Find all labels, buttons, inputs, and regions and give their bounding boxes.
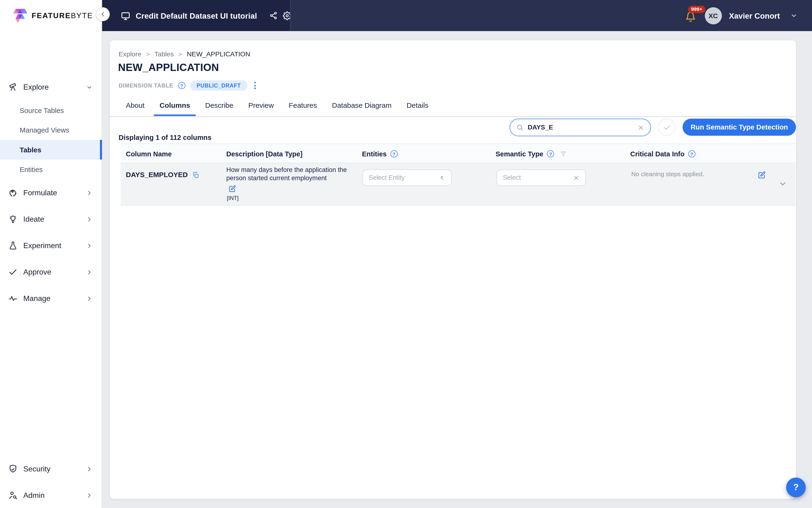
user-cluster: 999+ XC Xavier Conort bbox=[685, 7, 812, 24]
user-search-icon bbox=[8, 491, 18, 500]
project-title: Credit Default Dataset UI tutorial bbox=[136, 11, 257, 20]
table-meta-row: DIMENSION TABLE PUBLIC_DRAFT bbox=[119, 80, 258, 91]
notification-count-badge: 999+ bbox=[688, 6, 705, 13]
sidebar-item-approve[interactable]: Approve bbox=[0, 262, 102, 282]
sidebar-item-tables[interactable]: Tables bbox=[0, 140, 102, 160]
chevron-right-icon bbox=[86, 242, 93, 249]
status-badge: PUBLIC_DRAFT bbox=[190, 80, 247, 91]
semantic-type-placeholder: Select bbox=[503, 174, 521, 181]
sidebar-item-security[interactable]: Security bbox=[0, 459, 102, 478]
chevron-right-icon bbox=[86, 269, 93, 276]
tabs-divider bbox=[110, 116, 796, 117]
chevron-right-icon bbox=[86, 189, 93, 196]
help-question-icon[interactable] bbox=[547, 150, 554, 158]
tab-bar: About Columns Describe Preview Features … bbox=[126, 102, 428, 116]
breadcrumb-separator: > bbox=[178, 50, 182, 58]
search-input[interactable] bbox=[528, 124, 633, 131]
brand-logo: FEATUREBYTE bbox=[0, 0, 102, 31]
sidebar-item-label: Admin bbox=[24, 491, 86, 499]
sidebar: FEATUREBYTE Explore Source Tables Manage… bbox=[0, 0, 102, 508]
tab-describe[interactable]: Describe bbox=[205, 102, 233, 116]
column-search bbox=[509, 119, 651, 136]
check-icon bbox=[8, 267, 18, 277]
top-bar-right: 999+ XC Xavier Conort bbox=[290, 0, 812, 31]
filter-funnel-icon[interactable] bbox=[560, 150, 567, 158]
critical-data-info-text: No cleaning steps applied. bbox=[631, 171, 704, 178]
clear-x-icon[interactable] bbox=[573, 174, 580, 181]
tab-about[interactable]: About bbox=[126, 102, 144, 116]
flask-icon bbox=[8, 241, 18, 250]
help-question-icon[interactable] bbox=[178, 82, 185, 89]
entity-select[interactable]: Select Entity bbox=[363, 169, 452, 186]
project-header: Credit Default Dataset UI tutorial bbox=[102, 0, 290, 31]
chevron-down-icon bbox=[86, 84, 93, 91]
expand-row-chevron-icon[interactable] bbox=[778, 179, 787, 188]
top-bar: Credit Default Dataset UI tutorial 999+ … bbox=[102, 0, 812, 31]
help-question-icon[interactable] bbox=[390, 150, 398, 158]
sidebar-item-label: Ideate bbox=[24, 215, 86, 223]
sidebar-item-label: Security bbox=[24, 465, 86, 473]
help-floating-button[interactable]: ? bbox=[786, 477, 806, 497]
header-semantic-type: Semantic Type bbox=[496, 144, 567, 164]
sidebar-item-explore[interactable]: Explore bbox=[0, 77, 102, 97]
telescope-icon bbox=[8, 82, 18, 92]
table-header-row: Column Name Description [Data Type] Enti… bbox=[121, 143, 796, 163]
breadcrumb-current: NEW_APPLICATION bbox=[187, 50, 250, 58]
entity-select-placeholder: Select Entity bbox=[369, 174, 405, 181]
chevron-right-icon bbox=[86, 295, 93, 302]
search-icon bbox=[516, 124, 524, 131]
sidebar-item-source-tables[interactable]: Source Tables bbox=[0, 100, 102, 120]
tab-preview[interactable]: Preview bbox=[248, 102, 274, 116]
sidebar-item-admin[interactable]: Admin bbox=[0, 485, 102, 505]
sidebar-item-label: Explore bbox=[24, 83, 86, 91]
help-question-icon[interactable] bbox=[688, 150, 695, 158]
run-semantic-type-detection-button[interactable]: Run Semantic Type Detection bbox=[683, 119, 796, 136]
sidebar-item-formulate[interactable]: Formulate bbox=[0, 183, 102, 202]
pulse-icon bbox=[8, 294, 18, 303]
tab-columns[interactable]: Columns bbox=[160, 102, 190, 116]
copy-icon[interactable] bbox=[192, 171, 199, 178]
data-type-label: [INT] bbox=[227, 195, 239, 201]
header-entities: Entities bbox=[362, 144, 398, 164]
sidebar-item-manage[interactable]: Manage bbox=[0, 288, 102, 308]
breadcrumb-separator: > bbox=[146, 50, 150, 58]
chevrons-up-down-icon bbox=[439, 174, 445, 181]
sidebar-item-ideate[interactable]: Ideate bbox=[0, 209, 102, 229]
sidebar-item-entities[interactable]: Entities bbox=[0, 160, 102, 179]
brand-name: FEATUREBYTE bbox=[32, 11, 93, 19]
shield-check-icon bbox=[8, 464, 18, 474]
header-critical-data-info: Critical Data Info bbox=[630, 144, 695, 164]
check-icon bbox=[663, 123, 671, 131]
edit-cleaning-steps-icon[interactable] bbox=[758, 171, 766, 179]
table-row: DAYS_EMPLOYED How many days before the a… bbox=[121, 163, 796, 206]
breadcrumb: Explore > Tables > NEW_APPLICATION bbox=[119, 50, 250, 58]
breadcrumb-explore[interactable]: Explore bbox=[119, 50, 141, 58]
column-name: DAYS_EMPLOYED bbox=[126, 171, 188, 179]
chevron-right-icon bbox=[86, 216, 93, 223]
user-menu-chevron-down-icon[interactable] bbox=[790, 12, 798, 19]
sidebar-collapse-button[interactable] bbox=[96, 7, 109, 21]
breadcrumb-tables[interactable]: Tables bbox=[154, 50, 174, 58]
notifications-bell-icon[interactable]: 999+ bbox=[685, 8, 697, 23]
confirm-selection-button[interactable] bbox=[658, 119, 675, 136]
sidebar-item-experiment[interactable]: Experiment bbox=[0, 236, 102, 255]
header-description: Description [Data Type] bbox=[226, 144, 303, 164]
table-type-label: DIMENSION TABLE bbox=[119, 82, 173, 88]
sidebar-item-label: Formulate bbox=[24, 189, 86, 197]
user-avatar[interactable]: XC bbox=[705, 7, 722, 24]
edit-description-icon[interactable] bbox=[228, 185, 236, 193]
sidebar-item-managed-views[interactable]: Managed Views bbox=[0, 120, 102, 140]
column-name-cell: DAYS_EMPLOYED bbox=[126, 171, 199, 179]
tab-database-diagram[interactable]: Database Diagram bbox=[332, 102, 392, 116]
tab-details[interactable]: Details bbox=[406, 102, 428, 116]
tab-features[interactable]: Features bbox=[289, 102, 317, 116]
sidebar-item-label: Manage bbox=[24, 294, 86, 303]
featurebyte-logo-icon bbox=[12, 8, 28, 23]
kebab-menu-icon[interactable] bbox=[252, 81, 258, 90]
clear-search-icon[interactable] bbox=[637, 124, 644, 131]
chevron-left-icon bbox=[99, 11, 106, 18]
semantic-type-select[interactable]: Select bbox=[497, 169, 586, 186]
share-icon[interactable] bbox=[269, 11, 278, 19]
content-card: Explore > Tables > NEW_APPLICATION NEW_A… bbox=[110, 40, 796, 499]
page-title: NEW_APPLICATION bbox=[118, 61, 219, 74]
